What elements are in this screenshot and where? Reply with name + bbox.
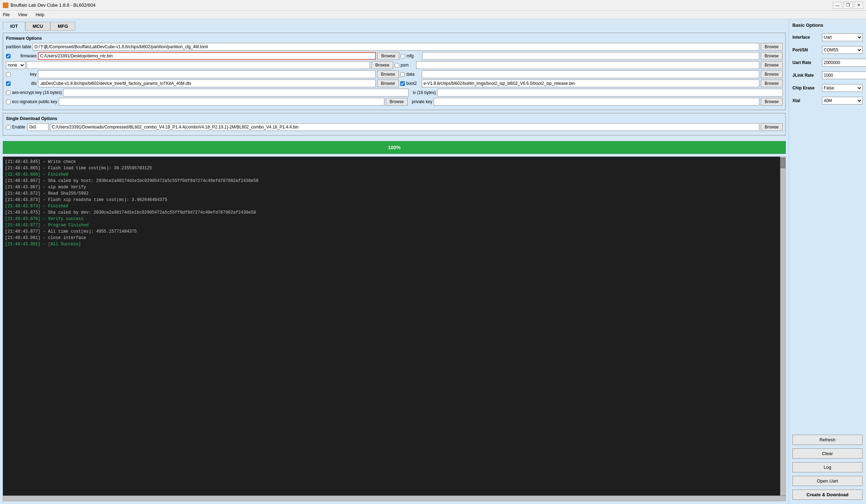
single-download-section: Single Download Options Enable Browse	[3, 113, 786, 136]
xtal-row: Xtal 40M 32M 38.4M 26M 24M	[792, 97, 862, 105]
scrollbar-horizontal[interactable]	[3, 496, 786, 501]
none-input[interactable]	[27, 61, 370, 69]
single-file-input[interactable]	[50, 123, 759, 131]
enable-label: Enable	[12, 125, 26, 130]
minimize-button[interactable]: —	[833, 2, 842, 9]
mfg-input[interactable]	[422, 52, 759, 60]
ecc-input[interactable]	[59, 98, 384, 106]
port-select[interactable]: COM55	[822, 46, 862, 54]
firmware-label: firmware	[12, 53, 37, 58]
aes-key-input[interactable]	[63, 89, 408, 96]
key-checkbox[interactable]	[6, 72, 11, 77]
firmware-browse-button[interactable]: Browse	[377, 52, 399, 60]
partition-table-row: partition table Browse	[6, 43, 783, 51]
left-panel: IOT MCU MFG Firmware Options partition t…	[0, 19, 789, 504]
log-area[interactable]: [21:48:43.845] - Write check[21:48:43.86…	[3, 157, 780, 496]
title-bar-left: Bouffalo Lab Dev Cube 1.8.8 - BL602/604	[3, 2, 95, 8]
aes-iv-row: aes-encrypt key (16 bytes) iv (16 bytes)	[6, 89, 783, 96]
ecc-browse-button[interactable]: Browse	[386, 98, 408, 106]
xtal-select[interactable]: 40M 32M 38.4M 26M 24M	[822, 97, 862, 105]
tab-mfg[interactable]: MFG	[50, 22, 75, 31]
none-browse-button[interactable]: Browse	[371, 61, 393, 69]
scrollbar-vertical[interactable]	[780, 157, 786, 496]
tab-iot[interactable]: IOT	[3, 22, 25, 31]
data-input[interactable]	[422, 70, 759, 78]
menu-file[interactable]: File	[1, 12, 11, 18]
aes-encrypt-label: aes-encrypt key (16 bytes)	[12, 90, 62, 95]
key-data-row: key Browse data Browse	[6, 70, 783, 78]
menu-view[interactable]: View	[17, 12, 29, 18]
title-bar: Bouffalo Lab Dev Cube 1.8.8 - BL602/604 …	[0, 0, 866, 11]
app-icon	[3, 2, 8, 8]
progress-area: 100%	[3, 141, 786, 154]
firmware-options-title: Firmware Options	[6, 36, 783, 41]
dts-boot2-row: dts Browse boot2 Browse	[6, 80, 783, 87]
tab-bar: IOT MCU MFG	[3, 22, 786, 31]
ecc-private-row: ecc-signature public key Browse private …	[6, 98, 783, 106]
dts-browse-button[interactable]: Browse	[377, 80, 399, 87]
dts-checkbox[interactable]	[6, 81, 11, 86]
data-checkbox[interactable]	[400, 72, 405, 77]
single-download-title: Single Download Options	[6, 116, 783, 121]
iv-label: iv (16 bytes)	[413, 90, 436, 95]
none-select[interactable]: none	[6, 61, 25, 69]
interface-label: Interface	[792, 35, 821, 40]
private-key-browse-button[interactable]: Browse	[761, 98, 783, 106]
clear-button[interactable]: Clear	[792, 448, 862, 459]
menu-bar: File View Help	[0, 11, 866, 19]
title-bar-controls[interactable]: — ❐ ✕	[833, 2, 863, 9]
menu-help[interactable]: Help	[34, 12, 46, 18]
close-button[interactable]: ✕	[854, 2, 863, 9]
uart-rate-input[interactable]	[822, 59, 866, 67]
app-title: Bouffalo Lab Dev Cube 1.8.8 - BL602/604	[11, 2, 95, 8]
firmware-options-section: Firmware Options partition table Browse …	[3, 33, 786, 110]
firmware-checkbox[interactable]	[6, 54, 11, 58]
aes-checkbox[interactable]	[6, 90, 11, 95]
psm-checkbox[interactable]	[395, 63, 399, 68]
right-panel: Basic Options Interface Uart USB JTAG Po…	[789, 19, 866, 504]
refresh-button[interactable]: Refresh	[792, 435, 862, 445]
private-key-input[interactable]	[434, 98, 759, 106]
boot2-browse-button[interactable]: Browse	[761, 80, 783, 87]
chip-erase-row: Chip Erase False True	[792, 84, 862, 92]
chip-erase-label: Chip Erase	[792, 86, 821, 90]
psm-label: psm	[401, 63, 415, 68]
key-input[interactable]	[38, 70, 376, 78]
key-browse-button[interactable]: Browse	[377, 70, 399, 78]
scrollbar-thumb[interactable]	[780, 158, 785, 168]
mfg-browse-button[interactable]: Browse	[761, 52, 783, 60]
ecc-checkbox[interactable]	[6, 100, 11, 104]
firmware-input[interactable]	[38, 52, 376, 60]
jlink-rate-row: JLink Rate	[792, 71, 862, 79]
mfg-checkbox[interactable]	[401, 54, 405, 58]
boot2-label: boot2	[406, 81, 420, 86]
interface-select[interactable]: Uart USB JTAG	[822, 33, 862, 41]
enable-checkbox[interactable]	[6, 125, 11, 130]
restore-button[interactable]: ❐	[843, 2, 853, 9]
address-input[interactable]	[27, 123, 49, 131]
open-uart-button[interactable]: Open Uart	[792, 476, 862, 486]
psm-input[interactable]	[416, 61, 759, 69]
jlink-rate-input[interactable]	[822, 71, 866, 79]
partition-table-input[interactable]	[33, 43, 759, 51]
data-label: data	[406, 72, 420, 77]
chip-erase-select[interactable]: False True	[822, 84, 862, 92]
create-download-button[interactable]: Create & Download	[792, 490, 862, 500]
none-psm-row: none Browse psm Browse	[6, 61, 783, 69]
single-browse-button[interactable]: Browse	[761, 123, 783, 131]
log-button[interactable]: Log	[792, 462, 862, 472]
port-row: Port/SN COM55	[792, 46, 862, 54]
boot2-input[interactable]	[422, 80, 759, 87]
tab-mcu[interactable]: MCU	[25, 22, 51, 31]
dts-label: dts	[12, 81, 37, 86]
iv-input[interactable]	[437, 89, 783, 96]
partition-table-label: partition table	[6, 44, 31, 49]
mfg-label: mfg	[407, 53, 421, 58]
psm-browse-button[interactable]: Browse	[761, 61, 783, 69]
basic-options-title: Basic Options	[792, 23, 862, 28]
boot2-checkbox[interactable]	[400, 81, 405, 86]
data-browse-button[interactable]: Browse	[761, 70, 783, 78]
dts-input[interactable]	[38, 80, 376, 87]
partition-table-browse-button[interactable]: Browse	[761, 43, 783, 51]
interface-row: Interface Uart USB JTAG	[792, 33, 862, 41]
